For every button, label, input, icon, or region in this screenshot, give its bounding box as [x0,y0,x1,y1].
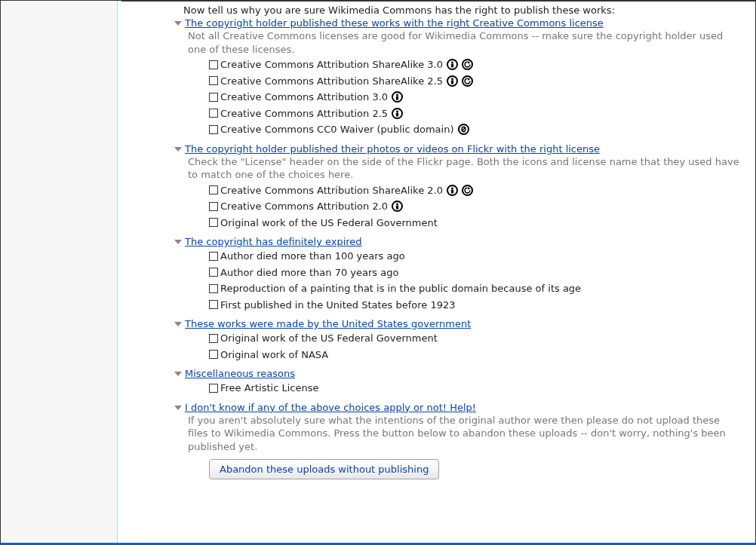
license-option-label: Reproduction of a painting that is in th… [220,281,581,296]
section-description: Check the "License" header on the side o… [188,155,742,182]
license-option-row: Original work of the US Federal Governme… [209,216,742,231]
option-list: Author died more than 100 years agoAutho… [209,249,742,312]
page-frame: Now tell us why you are sure Wikimedia C… [0,0,756,545]
section-description: If you aren't absolutely sure what the i… [188,414,742,454]
option-list: Creative Commons Attribution ShareAlike … [209,183,742,231]
section-title-link[interactable]: The copyright holder published these wor… [185,17,604,29]
section-description: Not all Creative Commons licenses are go… [188,29,742,56]
section-header[interactable]: The copyright holder published these wor… [174,17,742,29]
license-section: The copyright holder published these wor… [188,17,742,137]
svg-rect-11 [451,190,453,194]
license-option-label: Creative Commons Attribution 2.0 [220,199,388,214]
cc-by-icon [447,185,458,196]
license-checkbox[interactable] [209,384,218,393]
svg-rect-1 [451,64,453,68]
license-option-label: First published in the United States bef… [220,298,456,313]
svg-point-6 [396,110,398,112]
license-checkbox[interactable] [209,109,218,118]
disclosure-triangle-icon[interactable] [174,322,182,326]
disclosure-triangle-icon[interactable] [174,372,182,376]
license-checkbox[interactable] [209,350,218,359]
svg-rect-7 [396,112,398,116]
license-option-label: Creative Commons Attribution 2.5 [220,106,388,121]
cc-sa-icon [462,185,473,196]
section-header[interactable]: I don't know if any of the above choices… [174,402,742,413]
option-list: Original work of the US Federal Governme… [209,331,742,362]
license-option-row: Creative Commons Attribution ShareAlike … [209,74,742,89]
license-option-label: Author died more than 70 years ago [220,265,398,280]
license-option-row: Creative Commons CC0 Waiver (public doma… [209,122,742,137]
license-option-label: Creative Commons Attribution ShareAlike … [220,57,443,72]
license-option-row: Creative Commons Attribution ShareAlike … [209,183,742,198]
license-option-label: Author died more than 100 years ago [220,249,405,264]
svg-point-12 [396,204,398,206]
license-section: These works were made by the United Stat… [188,318,742,362]
license-section: The copyright has definitely expiredAuth… [188,236,742,312]
license-option-row: First published in the United States bef… [209,298,742,313]
section-title-link[interactable]: Miscellaneous reasons [185,368,295,379]
license-checkbox[interactable] [209,334,218,343]
license-option-row: Creative Commons Attribution ShareAlike … [209,57,742,72]
section-header[interactable]: The copyright has definitely expired [174,236,742,247]
main-content: Now tell us why you are sure Wikimedia C… [121,1,755,543]
disclosure-triangle-icon[interactable] [174,406,182,410]
section-title-link[interactable]: I don't know if any of the above choices… [185,402,476,413]
license-option-row: Author died more than 100 years ago [209,249,742,264]
license-checkbox[interactable] [209,60,218,69]
section-title-link[interactable]: The copyright has definitely expired [185,236,362,247]
license-section: Miscellaneous reasonsFree Artistic Licen… [188,368,742,396]
license-checkbox[interactable] [209,76,218,85]
svg-point-4 [396,94,398,96]
section-title-link[interactable]: The copyright holder published their pho… [185,143,600,155]
abandon-uploads-button[interactable]: Abandon these uploads without publishing [209,459,439,479]
license-option-label: Creative Commons Attribution 3.0 [220,90,388,105]
option-list: Creative Commons Attribution ShareAlike … [209,57,742,137]
section-header[interactable]: The copyright holder published their pho… [174,143,742,155]
cc-by-icon [447,75,458,87]
cc-by-icon [447,59,458,70]
option-list: Free Artistic License [209,381,742,396]
license-option-row: Free Artistic License [209,381,742,396]
license-option-label: Creative Commons CC0 Waiver (public doma… [220,122,454,137]
svg-point-2 [451,78,453,80]
license-checkbox[interactable] [209,268,218,277]
cc-by-icon [392,91,403,103]
license-checkbox[interactable] [209,125,218,134]
license-option-row: Creative Commons Attribution 2.0 [209,199,742,214]
cc-zero-icon [458,124,469,135]
license-option-row: Creative Commons Attribution 2.5 [209,106,742,121]
section-header[interactable]: Miscellaneous reasons [174,368,742,379]
disclosure-triangle-icon[interactable] [174,240,182,244]
license-option-label: Creative Commons Attribution ShareAlike … [220,183,443,198]
license-checkbox[interactable] [209,284,218,293]
svg-rect-5 [396,96,398,100]
section-header[interactable]: These works were made by the United Stat… [174,318,742,329]
license-option-label: Creative Commons Attribution ShareAlike … [220,74,443,89]
license-section: I don't know if any of the above choices… [188,402,742,480]
license-checkbox[interactable] [209,185,218,194]
prompt-text: Now tell us why you are sure Wikimedia C… [183,5,742,16]
svg-rect-13 [396,206,398,210]
license-checkbox[interactable] [209,93,218,102]
license-checkbox[interactable] [209,300,218,309]
license-option-label: Original work of NASA [220,348,328,363]
license-option-row: Original work of the US Federal Governme… [209,331,742,346]
cc-by-icon [392,201,403,212]
license-option-row: Author died more than 70 years ago [209,265,742,280]
license-option-label: Free Artistic License [220,381,318,396]
disclosure-triangle-icon[interactable] [174,21,182,26]
cc-sa-icon [462,59,473,70]
svg-point-0 [451,62,453,64]
license-checkbox[interactable] [209,202,218,211]
license-option-row: Creative Commons Attribution 3.0 [209,90,742,105]
license-option-label: Original work of the US Federal Governme… [220,331,438,346]
license-option-label: Original work of the US Federal Governme… [220,216,438,231]
section-title-link[interactable]: These works were made by the United Stat… [185,318,471,329]
license-checkbox[interactable] [209,218,218,227]
license-option-row: Original work of NASA [209,348,742,363]
cc-by-icon [392,108,403,119]
disclosure-triangle-icon[interactable] [174,147,182,152]
license-checkbox[interactable] [209,252,218,261]
left-sidebar [1,1,118,543]
license-section: The copyright holder published their pho… [188,143,742,231]
